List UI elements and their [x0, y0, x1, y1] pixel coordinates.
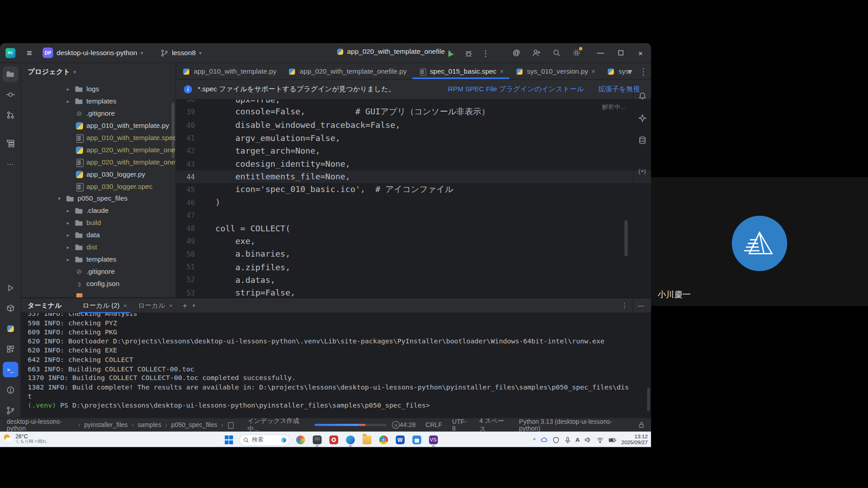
ime-indicator[interactable]: A [576, 436, 580, 443]
microphone-icon[interactable] [564, 436, 571, 444]
tree-item-gitignore2[interactable]: ⊘.gitignore [21, 266, 176, 278]
line-number[interactable]: 43 [176, 160, 195, 168]
tree-item-data[interactable]: ▸data [21, 229, 176, 241]
code-line[interactable]: 48coll = COLLECT( [176, 222, 651, 235]
close-tab-icon[interactable]: × [591, 67, 595, 75]
install-plugin-link[interactable]: RPM SPEC File プラグインのインストール [448, 84, 584, 94]
code-line[interactable]: 39 console=False, # GUIアプリ（コンソール非表示） [176, 106, 651, 119]
edge-app-button[interactable] [344, 433, 356, 447]
database-button[interactable] [635, 133, 649, 147]
line-number[interactable]: 51 [176, 263, 195, 271]
visual-studio-button[interactable]: VS [427, 433, 439, 447]
tab-sys-truncated[interactable]: sys [601, 63, 630, 80]
line-number[interactable]: 47 [176, 211, 195, 220]
acrobat-app-button[interactable] [327, 433, 340, 447]
terminal-dropdown[interactable]: ▾ [193, 303, 195, 308]
close-tab-icon[interactable]: × [500, 67, 504, 75]
run-tool-button[interactable] [3, 280, 18, 296]
line-number[interactable]: 40 [176, 121, 195, 129]
chevron-right-icon[interactable]: ▸ [64, 86, 72, 92]
breadcrumb-item[interactable]: desktop-ui-lessons-python [7, 418, 75, 432]
code-line[interactable]: 38 upx=True, [176, 99, 651, 106]
code-line[interactable]: 43 codesign_identity=None, [176, 157, 651, 170]
line-number[interactable]: 39 [176, 108, 195, 116]
problems-tool-button[interactable] [3, 382, 18, 398]
line-number[interactable]: 53 [176, 289, 195, 297]
chevron-right-icon[interactable]: ▸ [64, 208, 72, 213]
line-number[interactable]: 48 [176, 224, 195, 232]
tree-item-app030-py[interactable]: app_030_logger.py [21, 168, 176, 180]
task-view-button[interactable] [311, 433, 323, 447]
line-number[interactable]: 45 [176, 185, 195, 193]
taskbar-clock[interactable]: 13:12 2025/09/27 [621, 434, 647, 446]
start-button[interactable] [222, 433, 235, 447]
line-ending-indicator[interactable]: CRLF [425, 422, 442, 428]
close-tab-icon[interactable]: × [123, 302, 127, 309]
run-button[interactable]: ▶ [444, 46, 458, 61]
project-panel-header[interactable]: プロジェクト ▾ [21, 63, 176, 81]
pause-indexing-button[interactable] [392, 421, 400, 429]
ai-assistant-button[interactable] [635, 111, 649, 125]
tab-options-button[interactable]: ⋮ [639, 66, 648, 76]
chevron-right-icon[interactable]: ▸ [64, 244, 72, 250]
tree-item-app030-spec[interactable]: app_030_logger.spec [21, 180, 176, 192]
photos-app-button[interactable] [294, 433, 307, 447]
code-line[interactable]: 40 disable_windowed_traceback=False, [176, 119, 651, 132]
tab-list-dropdown[interactable]: ▾ [628, 66, 632, 76]
chevron-right-icon[interactable]: ▸ [64, 220, 72, 225]
breadcrumb-item[interactable]: samples [137, 422, 161, 428]
editor-scrollbar[interactable] [624, 220, 627, 256]
code-line[interactable]: 42 target_arch=None, [176, 145, 651, 158]
terminal-output[interactable]: 557 INFO: checking Analysis 598 INFO: ch… [21, 313, 651, 418]
branch-widget[interactable]: lesson8 ▾ [157, 47, 205, 58]
notifications-button[interactable] [635, 89, 649, 103]
settings-button[interactable] [569, 46, 584, 60]
code-line[interactable]: 47 [176, 209, 651, 222]
main-menu-button[interactable]: ≡ [22, 46, 37, 60]
tree-item-gitignore[interactable]: ⊘.gitignore [21, 108, 176, 120]
terminal-tool-button[interactable]: >_ [3, 362, 18, 377]
code-line[interactable]: 51 a.zipfiles, [176, 261, 651, 274]
wifi-icon[interactable] [596, 436, 604, 444]
code-line-current[interactable]: 44 entitlements_file=None, [176, 170, 651, 183]
code-line[interactable]: 46) [176, 196, 651, 209]
code-editor[interactable]: 38 upx=True, 39 console=False, # GUIアプリ（… [176, 99, 651, 297]
close-tab-icon[interactable]: × [169, 302, 173, 309]
line-number[interactable]: 50 [176, 250, 195, 258]
search-everywhere-button[interactable] [549, 46, 564, 60]
commit-tool-button[interactable] [3, 87, 18, 102]
more-actions-button[interactable]: ⋮ [478, 46, 493, 61]
interpreter-indicator[interactable]: Python 3.13 (desktop-ui-lessons-python) [519, 418, 628, 432]
tab-sys010[interactable]: sys_010_version.py× [509, 63, 601, 80]
tree-item-app020-py[interactable]: app_020_with_template_onefile.py [21, 144, 176, 156]
tree-item-claude[interactable]: ▸.claude [21, 205, 176, 217]
line-number[interactable]: 49 [176, 237, 195, 245]
more-tool-windows-button[interactable]: ⋯ [3, 156, 18, 171]
tree-item-logs[interactable]: ▸logs [21, 83, 176, 95]
caret-position[interactable]: 44:28 [400, 422, 415, 428]
code-line[interactable]: 45 icon='spec_010_basic.ico', # アイコンファイル [176, 183, 651, 196]
line-number[interactable]: 42 [176, 147, 195, 155]
chevron-right-icon[interactable]: ▸ [64, 99, 72, 104]
project-scrollbar[interactable] [172, 103, 175, 158]
tab-app020[interactable]: app_020_with_template_onefile.py [282, 63, 412, 80]
weather-widget[interactable]: 26°C くもり時々晴れ [3, 433, 47, 444]
tree-item-dist[interactable]: ▸dist [21, 241, 176, 253]
add-user-button[interactable] [529, 46, 544, 60]
project-tool-button[interactable] [3, 66, 18, 82]
code-line[interactable]: 41 argv_emulation=False, [176, 131, 651, 145]
tree-item-p050-spec-files[interactable]: ▾p050_spec_files [21, 192, 176, 205]
pull-requests-tool-button[interactable] [3, 108, 18, 123]
tree-item-app020-spec[interactable]: app_020_with_template_onefile.spec [21, 156, 176, 168]
services-tool-button[interactable] [3, 342, 18, 357]
chevron-down-icon[interactable]: ▾ [55, 196, 63, 201]
python-console-tool-button[interactable] [3, 321, 18, 336]
tree-item-app010-py[interactable]: app_010_with_template.py [21, 119, 176, 131]
tree-item-templates2[interactable]: ▸templates [21, 253, 176, 266]
tree-item-app010-spec[interactable]: app_010_with_template.spec [21, 131, 176, 144]
chevron-right-icon[interactable]: ▸ [64, 232, 72, 238]
close-button[interactable]: × [633, 46, 648, 60]
tab-app010[interactable]: app_010_with_template.py [176, 63, 282, 80]
terminal-tab-local[interactable]: ローカル × [132, 298, 178, 313]
code-line[interactable]: 50 a.binaries, [176, 248, 651, 261]
